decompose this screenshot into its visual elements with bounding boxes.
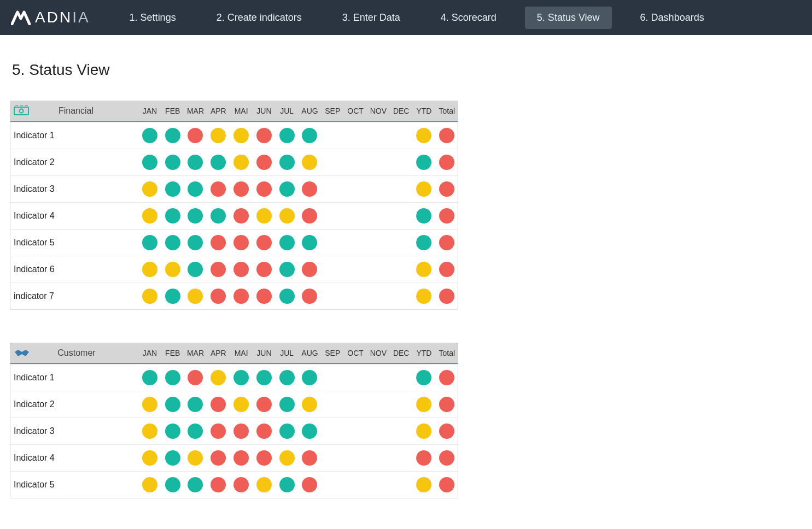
brand-logo: ADNIA	[11, 9, 90, 26]
status-cell	[230, 128, 253, 143]
status-cell	[230, 262, 253, 277]
status-cell	[161, 235, 184, 250]
status-cell	[299, 424, 322, 439]
status-dot-yellow	[416, 424, 431, 439]
grid-header: CustomerJANFEBMARAPRMAIJUNJULAUGSEPOCTNO…	[10, 343, 458, 364]
column-header-feb: FEB	[161, 349, 184, 357]
status-dot-yellow	[233, 155, 249, 170]
status-dot-red	[188, 370, 203, 385]
status-dot-yellow	[211, 128, 226, 143]
status-cell	[299, 128, 322, 143]
table-row: Indicator 2	[10, 391, 458, 418]
row-label: Indicator 3	[10, 184, 138, 194]
status-cell	[184, 397, 207, 412]
status-dot-red	[233, 477, 249, 492]
column-header-total: Total	[435, 107, 458, 115]
status-cell	[253, 477, 276, 492]
status-cell	[184, 128, 207, 143]
table-row: indicator 7	[10, 283, 458, 309]
grid-header: FinancialJANFEBMARAPRMAIJUNJULAUGSEPOCTN…	[10, 101, 458, 122]
table-row: Indicator 3	[10, 175, 458, 202]
status-dot-yellow	[416, 289, 431, 304]
status-dot-red	[256, 235, 272, 250]
status-cell	[276, 424, 299, 439]
section-title-cell: Customer	[10, 343, 138, 363]
column-header-mar: MAR	[184, 107, 207, 115]
column-header-aug: AUG	[299, 107, 322, 115]
status-cell	[161, 181, 184, 197]
section-title-cell: Financial	[10, 101, 138, 121]
status-cell	[138, 208, 161, 224]
nav-item-0[interactable]: 1. Settings	[118, 7, 188, 29]
status-cell	[435, 235, 458, 250]
status-cell	[230, 370, 253, 385]
status-dot-yellow	[256, 477, 272, 492]
status-dot-red	[439, 128, 454, 143]
status-cell	[276, 450, 299, 466]
status-cell	[276, 262, 299, 277]
status-dot-yellow	[211, 370, 226, 385]
status-dot-red	[211, 235, 226, 250]
status-dot-red	[188, 128, 203, 143]
status-dot-green	[165, 424, 180, 439]
status-dot-green	[165, 235, 180, 250]
nav-item-1[interactable]: 2. Create indicators	[205, 7, 314, 29]
status-cell	[276, 289, 299, 304]
status-dot-yellow	[188, 450, 203, 466]
status-dot-yellow	[165, 262, 180, 277]
status-dot-green	[165, 289, 180, 304]
status-cell	[230, 450, 253, 466]
status-dot-yellow	[279, 208, 295, 224]
status-cell	[161, 477, 184, 492]
status-cell	[253, 235, 276, 250]
status-cell	[299, 181, 322, 197]
nav-item-2[interactable]: 3. Enter Data	[330, 7, 412, 29]
status-cell	[299, 477, 322, 492]
status-dot-red	[416, 450, 431, 466]
money-icon	[14, 105, 29, 116]
status-cell	[413, 155, 436, 170]
status-dot-red	[439, 397, 454, 412]
status-dot-red	[256, 397, 272, 412]
status-cell	[230, 289, 253, 304]
status-dot-green	[165, 477, 180, 492]
section-customer: CustomerJANFEBMARAPRMAIJUNJULAUGSEPOCTNO…	[10, 343, 802, 498]
status-dot-red	[233, 208, 249, 224]
status-cell	[207, 289, 230, 304]
nav-item-4[interactable]: 5. Status View	[525, 7, 612, 29]
status-dot-green	[165, 208, 180, 224]
row-label: Indicator 6	[10, 264, 138, 274]
status-cell	[299, 235, 322, 250]
status-dot-yellow	[416, 181, 431, 197]
column-header-apr: APR	[207, 349, 230, 357]
status-dot-red	[256, 128, 272, 143]
status-cell	[413, 289, 436, 304]
nav-item-3[interactable]: 4. Scorecard	[429, 7, 509, 29]
status-dot-red	[302, 450, 317, 466]
status-dot-green	[188, 424, 203, 439]
status-dot-green	[165, 155, 180, 170]
status-cell	[184, 370, 207, 385]
table-row: Indicator 6	[10, 256, 458, 283]
row-label: Indicator 4	[10, 211, 138, 221]
column-header-jun: JUN	[253, 349, 276, 357]
row-label: Indicator 5	[10, 480, 138, 490]
table-row: Indicator 5	[10, 471, 458, 498]
column-header-sep: SEP	[321, 107, 344, 115]
nav-item-5[interactable]: 6. Dashboards	[628, 7, 716, 29]
column-header-mai: MAI	[230, 349, 253, 357]
status-dot-green	[188, 155, 203, 170]
status-dot-green	[211, 208, 226, 224]
status-cell	[413, 181, 436, 197]
row-label: Indicator 2	[10, 399, 138, 409]
status-dot-yellow	[142, 289, 157, 304]
status-dot-green	[302, 370, 317, 385]
column-header-nov: NOV	[367, 107, 390, 115]
status-dot-yellow	[416, 397, 431, 412]
status-cell	[138, 477, 161, 492]
column-header-oct: OCT	[344, 107, 367, 115]
status-dot-red	[302, 262, 317, 277]
status-dot-green	[142, 370, 157, 385]
status-dot-green	[279, 155, 295, 170]
status-cell	[253, 262, 276, 277]
